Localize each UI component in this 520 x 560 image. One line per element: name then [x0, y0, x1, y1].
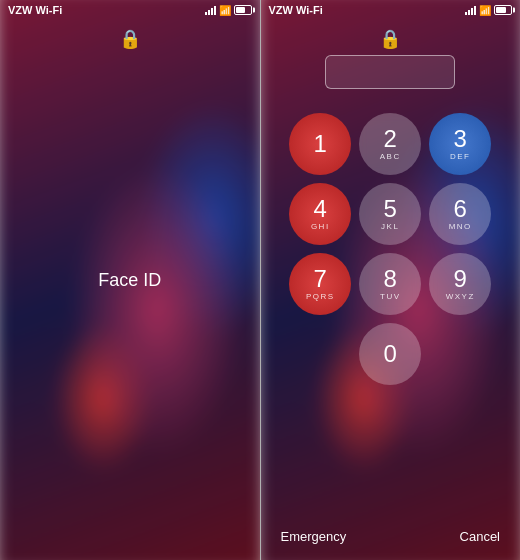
key-0-number: 0 — [384, 342, 397, 366]
lock-icon-left: 🔒 — [119, 28, 141, 50]
face-id-label[interactable]: Face ID — [98, 270, 161, 291]
signal-icon — [205, 5, 216, 15]
key-9-letters: WXYZ — [446, 292, 475, 301]
key-1[interactable]: 1 — [289, 113, 351, 175]
key-3-letters: DEF — [450, 152, 471, 161]
key-6-letters: MNO — [449, 222, 472, 231]
passcode-screen-panel: VZW Wi-Fi 📶 🔒 12ABC3DEF4GHI5JKL6MNO7PQRS… — [261, 0, 521, 560]
carrier-left: VZW Wi-Fi — [8, 4, 62, 16]
key-4-number: 4 — [314, 197, 327, 221]
bottom-bar: Emergency Cancel — [261, 525, 521, 548]
key-5-number: 5 — [384, 197, 397, 221]
passcode-area: 12ABC3DEF4GHI5JKL6MNO7PQRS8TUV9WXYZ0 — [261, 0, 521, 560]
key-7[interactable]: 7PQRS — [289, 253, 351, 315]
battery-icon — [234, 5, 252, 15]
key-5[interactable]: 5JKL — [359, 183, 421, 245]
key-1-number: 1 — [314, 132, 327, 156]
key-4[interactable]: 4GHI — [289, 183, 351, 245]
key-9-number: 9 — [454, 267, 467, 291]
key-6[interactable]: 6MNO — [429, 183, 491, 245]
status-bar-left: VZW Wi-Fi 📶 — [0, 0, 260, 20]
key-6-number: 6 — [454, 197, 467, 221]
key-3[interactable]: 3DEF — [429, 113, 491, 175]
lock-screen-panel: VZW Wi-Fi 📶 🔒 Face ID — [0, 0, 260, 560]
key-5-letters: JKL — [381, 222, 399, 231]
key-7-number: 7 — [314, 267, 327, 291]
key-2-number: 2 — [384, 127, 397, 151]
key-8-letters: TUV — [380, 292, 401, 301]
cancel-button[interactable]: Cancel — [456, 525, 504, 548]
key-0[interactable]: 0 — [359, 323, 421, 385]
status-icons-left: 📶 — [205, 5, 252, 16]
battery-fill — [236, 7, 246, 13]
keypad-grid: 12ABC3DEF4GHI5JKL6MNO7PQRS8TUV9WXYZ0 — [289, 113, 491, 385]
key-2-letters: ABC — [380, 152, 401, 161]
key-7-letters: PQRS — [306, 292, 335, 301]
key-8[interactable]: 8TUV — [359, 253, 421, 315]
wifi-icon: 📶 — [219, 5, 231, 16]
key-8-number: 8 — [384, 267, 397, 291]
emergency-button[interactable]: Emergency — [277, 525, 351, 548]
key-4-letters: GHI — [311, 222, 330, 231]
key-9[interactable]: 9WXYZ — [429, 253, 491, 315]
key-3-number: 3 — [454, 127, 467, 151]
passcode-input-field[interactable] — [325, 55, 455, 89]
key-2[interactable]: 2ABC — [359, 113, 421, 175]
